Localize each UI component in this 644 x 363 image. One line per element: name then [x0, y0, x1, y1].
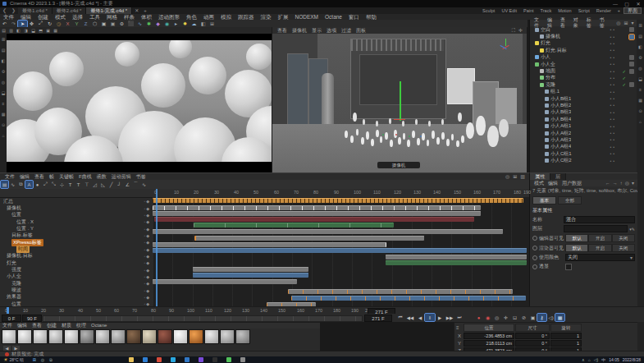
render-viewport[interactable]	[7, 34, 272, 172]
maximize-button[interactable]: ▢	[621, 0, 633, 7]
visibility-dots-icon[interactable]: ••	[610, 151, 616, 156]
timeline-track-area[interactable]	[153, 197, 529, 307]
anim-dot-icon[interactable]	[532, 236, 537, 241]
camera-icon[interactable]: ▸	[171, 21, 180, 27]
pause-button[interactable]: ‖	[425, 314, 435, 321]
object-tag-icon[interactable]	[629, 55, 634, 60]
current-frame-field[interactable]: 271 F	[364, 315, 392, 322]
object-row[interactable]: 克隆 •• ✓	[530, 81, 637, 88]
dock-panel-icon[interactable]: ⬓	[2, 87, 6, 98]
auto-mode-icon[interactable]: A	[25, 181, 33, 188]
x-axis-lock-icon[interactable]: X	[63, 21, 72, 27]
track-toggles-icon[interactable]: ◦◆	[144, 281, 150, 286]
volume-icon[interactable]: ◁)	[594, 357, 599, 362]
track-row[interactable]: 摄像机 ◦◆	[0, 204, 153, 211]
edge-icon[interactable]	[143, 357, 148, 362]
layout-tab[interactable]: Render	[593, 8, 614, 13]
track-row[interactable]: 汇总 ◦◆	[0, 198, 153, 204]
linear-interp-icon[interactable]: ╱	[107, 181, 115, 188]
minimize-button[interactable]: —	[610, 0, 621, 7]
track-toggles-icon[interactable]: ◦◆	[144, 240, 150, 245]
track-toggles-icon[interactable]: ◦◆	[144, 295, 150, 300]
am-menu-item[interactable]: 模式	[532, 181, 546, 186]
material-thumbnail[interactable]	[158, 329, 172, 344]
layout-tab[interactable]: UV Edit	[498, 8, 520, 13]
tab-add-icon[interactable]: +	[141, 8, 149, 14]
tl-frame-all-icon[interactable]: ⊞	[511, 174, 518, 180]
track-toggles-icon[interactable]: ◦◆	[144, 213, 150, 218]
track-row[interactable]: 效果器 ◦◆	[0, 294, 153, 301]
tray-expand-icon[interactable]: ∧	[582, 357, 585, 362]
track-toggles-icon[interactable]: ◦◆	[144, 206, 150, 211]
viewport-menu-item[interactable]: 选项	[324, 28, 339, 34]
ramp-down-icon[interactable]: ◺	[99, 181, 107, 188]
animation-clip-bar[interactable]	[291, 296, 526, 301]
editor-off-button[interactable]: 关闭	[612, 234, 635, 242]
record-objects-button[interactable]: ◉	[483, 314, 492, 321]
dock-layout-icon[interactable]: ⊞	[638, 20, 642, 30]
dock-settings-icon[interactable]: ⚙	[638, 52, 642, 62]
track-toggles-icon[interactable]: ◦◆	[144, 268, 150, 273]
sky-icon[interactable]: ☁	[190, 21, 199, 27]
language-indicator[interactable]: 中	[601, 357, 605, 362]
y-axis-lock-icon[interactable]: Y	[72, 21, 81, 27]
object-row[interactable]: 小人A组2 •• ✓	[530, 130, 637, 136]
object-row[interactable]: 小人C组1 •• ✓	[530, 150, 637, 157]
visibility-dots-icon[interactable]: ••	[610, 27, 616, 32]
am-search-icon[interactable]: ◎	[623, 181, 630, 186]
object-row[interactable]: 小人A组4 •• ✓	[530, 144, 637, 150]
track-toggles-icon[interactable]: ◦◆	[144, 254, 150, 259]
object-row[interactable]: 小人A组3 •• ✓	[530, 136, 637, 143]
visibility-dots-icon[interactable]: ••	[610, 34, 616, 39]
task-view-icon[interactable]: ⧉	[47, 357, 55, 363]
mat-menu-item[interactable]: 材质	[59, 323, 74, 329]
maximize-view-icon[interactable]: ⛶	[510, 28, 517, 34]
visibility-dots-icon[interactable]: ••	[610, 124, 616, 129]
editor-default-button[interactable]: 默认	[565, 234, 588, 242]
editor-on-button[interactable]: 开启	[588, 234, 611, 242]
tab-attributes[interactable]: 属性	[530, 173, 550, 180]
preview-range-slider[interactable]	[43, 315, 363, 322]
notepad-icon[interactable]	[240, 357, 245, 362]
dock-objects-icon[interactable]: ▤	[638, 30, 642, 41]
animation-clip-bar[interactable]	[153, 279, 297, 284]
object-tag-icon[interactable]	[629, 34, 634, 39]
enabled-check-icon[interactable]: ✓	[622, 76, 626, 80]
tl-menu-item[interactable]: F曲线	[76, 174, 94, 180]
tl-menu-item[interactable]: 帧	[47, 174, 57, 180]
track-toggles-icon[interactable]: ◦◆	[144, 247, 150, 252]
object-row[interactable]: 小人B组3 •• ✓	[530, 109, 637, 116]
deformer-icon[interactable]: ◆	[153, 21, 162, 27]
record-keyframe-button[interactable]: ●	[474, 314, 483, 321]
position-field[interactable]: -236.4853 cm	[464, 333, 514, 339]
material-thumbnail[interactable]	[95, 329, 110, 344]
visibility-dots-icon[interactable]: ••	[610, 117, 616, 122]
material-thumbnail[interactable]	[189, 329, 203, 344]
mat-menu-item[interactable]: Octane	[89, 323, 109, 329]
undo-icon[interactable]: ↶	[0, 21, 9, 27]
name-input[interactable]: 混合	[564, 216, 635, 223]
tangent-soft-icon[interactable]: T	[66, 181, 74, 188]
dock-grid-icon[interactable]: ▦	[2, 108, 6, 119]
dock-target-icon[interactable]: ⊙	[2, 119, 5, 130]
visibility-dots-icon[interactable]: ••	[610, 41, 616, 46]
section-header[interactable]: 基本属性	[530, 205, 637, 215]
record-rotation-button[interactable]: ⊘	[519, 314, 528, 321]
dock-search-icon[interactable]: ◎	[638, 62, 642, 73]
visibility-dots-icon[interactable]: ••	[610, 76, 616, 80]
goto-end-button[interactable]: ⏭	[454, 314, 464, 321]
dock-panel-icon[interactable]: ⬓	[638, 73, 642, 84]
spline-pen-icon[interactable]: ∿	[135, 21, 144, 27]
viewport-menu-item[interactable]: 面板	[354, 28, 368, 34]
track-row[interactable]: 灯光 ◦◆	[0, 260, 153, 266]
material-thumbnail[interactable]	[111, 329, 126, 344]
object-tag-icon[interactable]	[629, 82, 634, 87]
dock-list-icon[interactable]: ≡	[2, 98, 5, 108]
enabled-check-icon[interactable]: ✓	[622, 69, 626, 74]
track-toggles-icon[interactable]: ◦◆	[144, 227, 150, 232]
object-tag-icon[interactable]	[629, 69, 634, 74]
tangent-flat-icon[interactable]: ⊤	[83, 181, 90, 188]
clock-date[interactable]: 2022/8/28	[623, 357, 641, 362]
object-row[interactable]: 小人B组4 •• ✓	[530, 116, 637, 122]
tl-menu-item[interactable]: 关键帧	[57, 174, 76, 180]
